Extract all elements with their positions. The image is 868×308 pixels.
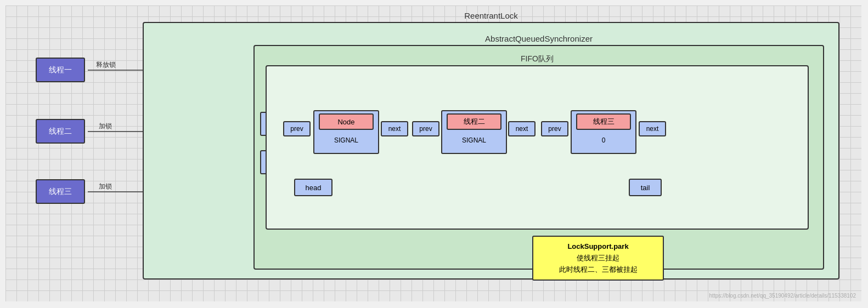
node1-signal: SIGNAL [319, 133, 374, 147]
node2-thread: 线程二 [447, 113, 501, 130]
aqs-label: AbstractQueuedSynchronizer [485, 34, 593, 43]
locksupport-line1: 使线程三挂起 [540, 253, 656, 264]
reentrantlock-label: ReentrantLock [464, 11, 518, 20]
thread3-box: 线程三 [36, 179, 85, 204]
fifo-label: FIFO队列 [521, 54, 554, 64]
node2-signal: SIGNAL [447, 133, 501, 147]
fifo-box: FIFO队列 prev Node SIGNAL next [266, 65, 809, 230]
add-lock-label2: 加锁 [99, 182, 112, 191]
node1-box: Node SIGNAL [313, 110, 379, 154]
locksupport-box: LockSupport.park 使线程三挂起 此时线程二、三都被挂起 [532, 236, 664, 281]
node3-box: 线程三 0 [571, 110, 636, 154]
node1-thread: Node [319, 113, 374, 130]
reentrantlock-box: ReentrantLock AbstractQueuedSynchronizer… [143, 22, 839, 280]
head-pointer: head [294, 179, 332, 196]
tail-pointer: tail [629, 179, 662, 196]
node3-prev: prev [541, 121, 568, 136]
release-lock-label: 释放锁 [96, 60, 116, 70]
node2-prev: prev [412, 121, 439, 136]
node3-signal: 0 [576, 133, 631, 147]
node1-prev: prev [283, 121, 311, 136]
node3-thread: 线程三 [576, 113, 631, 130]
node2-next: next [508, 121, 536, 136]
thread2-box: 线程二 [36, 119, 85, 144]
diagram-container: ReentrantLock AbstractQueuedSynchronizer… [5, 5, 861, 301]
locksupport-line2: 此时线程二、三都被挂起 [540, 264, 656, 276]
node1-next: next [381, 121, 408, 136]
node3-next: next [639, 121, 666, 136]
watermark: https://blog.csdn.net/qq_35190492/articl… [709, 293, 856, 299]
node2-box: 线程二 SIGNAL [441, 110, 507, 154]
locksupport-title: LockSupport.park [540, 241, 656, 253]
add-lock-label1: 加锁 [99, 122, 112, 131]
thread1-box: 线程一 [36, 58, 85, 82]
